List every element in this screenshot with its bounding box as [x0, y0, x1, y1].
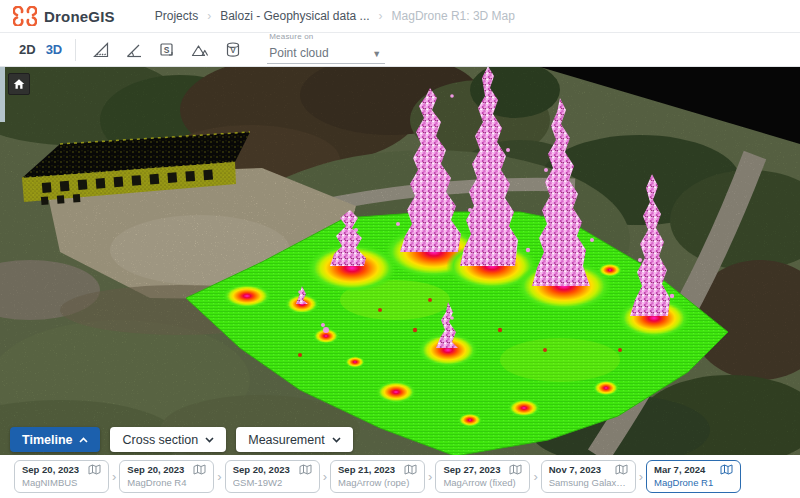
timeline-button[interactable]: Timeline: [10, 427, 100, 452]
timeline-card-date: Sep 20, 2023: [127, 464, 184, 475]
timeline-card-3[interactable]: Sep 20, 2023 GSM-19W2: [225, 460, 320, 493]
timeline-button-label: Timeline: [22, 433, 72, 447]
timeline-card-2[interactable]: Sep 20, 2023 MagDrone R4: [119, 460, 214, 493]
volume-measure-button[interactable]: V: [220, 37, 246, 63]
timeline-card-device: MagArrow (fixed): [443, 477, 522, 488]
map-3d-scene: [0, 67, 800, 455]
svg-text:V: V: [231, 46, 236, 55]
timeline-card-device: MagDrone R4: [127, 477, 206, 488]
area-measure-icon: [190, 40, 210, 60]
view-3d-button[interactable]: 3D: [41, 38, 68, 61]
map-icon: [509, 464, 522, 475]
app-header: DroneGIS Projects › Balozi - Geophysical…: [0, 0, 800, 33]
timeline-card-7-selected[interactable]: Mar 7, 2024 MagDrone R1: [646, 460, 741, 493]
timeline-card-date: Sep 20, 2023: [233, 464, 290, 475]
timeline-arrow: ›: [428, 469, 432, 484]
chevron-down-icon: [205, 437, 214, 443]
app-name: DroneGIS: [44, 8, 115, 25]
timeline-card-5[interactable]: Sep 27, 2023 MagArrow (fixed): [435, 460, 530, 493]
app-logo[interactable]: DroneGIS: [13, 6, 115, 26]
timeline-card-6[interactable]: Nov 7, 2023 Samsung Galaxy S10+: [541, 460, 636, 493]
distance-measure-icon: [91, 40, 111, 60]
distance-measure-button[interactable]: [88, 37, 114, 63]
drone-logo-icon: [13, 6, 37, 26]
timeline-card-date: Sep 27, 2023: [443, 464, 500, 475]
chevron-down-icon: ▼: [372, 49, 381, 60]
home-view-button[interactable]: [8, 73, 30, 95]
timeline-arrow: ›: [112, 469, 116, 484]
map-toolbar: 2D 3D: [0, 33, 800, 67]
surface-measure-icon: S: [157, 40, 177, 60]
chevron-up-icon: [79, 437, 88, 443]
timeline-card-device: MagNIMBUS: [22, 477, 101, 488]
map-icon: [88, 464, 101, 475]
map-icon: [299, 464, 312, 475]
timeline-arrow: ›: [323, 469, 327, 484]
map-panel-buttons: Timeline Cross section Measurement: [10, 427, 353, 452]
timeline-arrow: ›: [533, 469, 537, 484]
measure-on-value: Point cloud: [269, 46, 328, 60]
timeline-arrow: ›: [639, 469, 643, 484]
measure-on-label: Measure on: [269, 32, 313, 41]
timeline-card-device: MagArrow (rope): [338, 477, 417, 488]
area-measure-button[interactable]: [187, 37, 213, 63]
home-icon: [12, 77, 26, 91]
breadcrumb-separator: ›: [379, 9, 383, 23]
breadcrumb-separator: ›: [207, 9, 211, 23]
timeline-card-date: Sep 21, 2023: [338, 464, 395, 475]
view-2d-button[interactable]: 2D: [14, 38, 41, 61]
svg-text:S: S: [164, 44, 170, 54]
cross-section-button[interactable]: Cross section: [110, 427, 226, 452]
map-icon: [615, 464, 628, 475]
map-icon: [193, 464, 206, 475]
timeline-card-4[interactable]: Sep 21, 2023 MagArrow (rope): [330, 460, 425, 493]
map-3d-viewport[interactable]: [0, 67, 800, 455]
measurement-button-label: Measurement: [248, 433, 324, 447]
timeline-card-device: GSM-19W2: [233, 477, 312, 488]
timeline-card-date: Mar 7, 2024: [654, 464, 705, 475]
measurement-button[interactable]: Measurement: [236, 427, 352, 452]
timeline-arrow: ›: [217, 469, 221, 484]
breadcrumb: Projects › Balozi - Geophysical data ...…: [155, 9, 515, 23]
dronegis-app: DroneGIS Projects › Balozi - Geophysical…: [0, 0, 800, 498]
chevron-down-icon: [332, 437, 341, 443]
timeline-card-device: MagDrone R1: [654, 477, 733, 488]
angle-measure-icon: [124, 40, 144, 60]
volume-measure-icon: V: [223, 40, 243, 60]
timeline-card-date: Nov 7, 2023: [549, 464, 601, 475]
breadcrumb-current-page: MagDrone R1: 3D Map: [392, 9, 515, 23]
angle-measure-button[interactable]: [121, 37, 147, 63]
map-icon: [404, 464, 417, 475]
timeline-card-1[interactable]: Sep 20, 2023 MagNIMBUS: [14, 460, 109, 493]
breadcrumb-project-name[interactable]: Balozi - Geophysical data ...: [220, 9, 369, 23]
map-icon: [720, 464, 733, 475]
timeline-bar: Sep 20, 2023 MagNIMBUS › Sep 20, 2023: [0, 455, 800, 498]
timeline-card-date: Sep 20, 2023: [22, 464, 79, 475]
measure-on-select[interactable]: Measure on Point cloud ▼: [267, 36, 385, 64]
timeline-card-device: Samsung Galaxy S10+: [549, 477, 628, 488]
surface-measure-button[interactable]: S: [154, 37, 180, 63]
cross-section-button-label: Cross section: [122, 433, 198, 447]
toolbar-divider: [75, 39, 76, 61]
breadcrumb-projects[interactable]: Projects: [155, 9, 198, 23]
